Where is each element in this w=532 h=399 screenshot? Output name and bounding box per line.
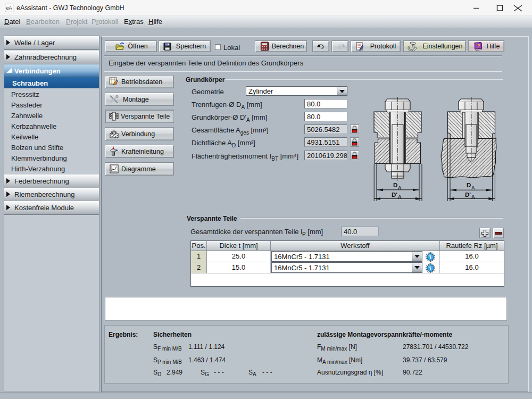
svg-text:D': D' [465, 192, 471, 198]
svg-text:i: i [430, 265, 431, 271]
svg-text:D: D [393, 182, 397, 188]
svg-text:A: A [398, 194, 402, 200]
svg-text:D: D [467, 182, 471, 188]
svg-text:A: A [471, 194, 475, 200]
svg-text:A: A [398, 185, 402, 190]
svg-text:i: i [430, 254, 431, 260]
svg-text:A: A [471, 185, 475, 190]
svg-text:D': D' [392, 192, 397, 198]
svg-text:?: ? [477, 43, 480, 48]
